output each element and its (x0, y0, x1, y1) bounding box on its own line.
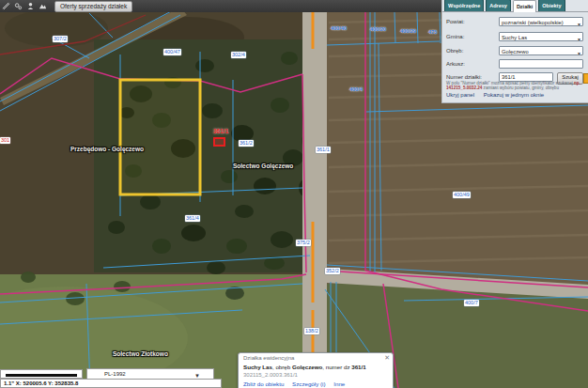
form-row-obreb: Obręb: Golęczewo ▼ (446, 46, 587, 56)
popup-links: Zbliż do obiektu Szczegóły (i) Inne (243, 380, 351, 387)
terrain-icon[interactable] (39, 2, 47, 10)
numer-dzialki-label: Numer działki: (446, 74, 482, 80)
panel-links: Ukryj panel Pokazuj w jednym oknie (446, 92, 551, 98)
pokazuj-link[interactable]: Pokazuj w jednym oknie (484, 92, 544, 98)
powiat-select[interactable]: poznański (wielkopolskie) ▼ (499, 17, 583, 26)
gmina-label: Gmina: (446, 34, 464, 39)
chevron-down-icon: ▼ (577, 49, 581, 55)
tab-obiekty[interactable]: Obiekty (538, 0, 565, 11)
parcel-info-popup: Działka ewidencyjna ✕ Suchy Las, obręb G… (238, 352, 394, 388)
measure-icon[interactable] (2, 2, 10, 10)
ukryj-panel-link[interactable]: Ukryj panel (446, 92, 474, 98)
form-row-arkusz: Arkusz: (446, 59, 587, 70)
obreb-label: Obręb: (446, 48, 463, 54)
arkusz-input[interactable] (499, 59, 583, 69)
layers-icon[interactable] (14, 2, 23, 10)
zoom-to-object-link[interactable]: Zbliż do obiektu (243, 380, 284, 387)
coordinates-readout: 1.1" X: 520005.6 Y: 352835.8 (0, 379, 222, 388)
arkusz-label: Arkusz: (446, 61, 465, 67)
search-hint: W polu "Numer działki" można wpisać pełn… (446, 81, 587, 91)
panel-tabs: Współrzędne Adresy Działki Obiekty (442, 0, 588, 12)
popup-parcel-id: 302115_2.0003.361/1 (243, 372, 298, 378)
form-row-gmina: Gmina: Suchy Las ▼ (446, 32, 587, 42)
more-link[interactable]: Inne (333, 380, 345, 387)
chevron-down-icon: ▼ (577, 20, 581, 26)
popup-parcel-line: Suchy Las, obręb Golęczewo, numer dz 361… (243, 364, 366, 370)
tab-wspolrzedne[interactable]: Współrzędne (444, 0, 484, 11)
search-panel: Współrzędne Adresy Działki Obiekty Powia… (441, 0, 588, 103)
scale-bar (0, 369, 83, 379)
popup-title: Działka ewidencyjna (243, 355, 294, 361)
powiat-label: Powiat: (446, 19, 465, 24)
tab-dzialki[interactable]: Działki (513, 0, 536, 12)
details-link[interactable]: Szczegóły (i) (292, 380, 325, 387)
map-toolbar: Oferty sprzedaży działek (0, 0, 441, 12)
offers-button[interactable]: Oferty sprzedaży działek (54, 1, 132, 12)
chevron-down-icon: ▼ (577, 35, 581, 41)
selected-parcel-marker (213, 137, 225, 147)
obreb-select[interactable]: Golęczewo ▼ (499, 46, 583, 55)
close-icon[interactable]: ✕ (384, 354, 390, 362)
form-row-powiat: Powiat: poznański (wielkopolskie) ▼ (446, 17, 587, 27)
person-pin-icon[interactable] (26, 2, 35, 10)
gmina-select[interactable]: Suchy Las ▼ (499, 32, 583, 41)
scale-bar-line (6, 374, 77, 377)
tab-adresy[interactable]: Adresy (486, 0, 511, 11)
geoportal-app: 307/2400/47302/4361/2361/4375/2352/2138/… (0, 0, 588, 388)
selected-parcel-highlight (120, 80, 200, 194)
